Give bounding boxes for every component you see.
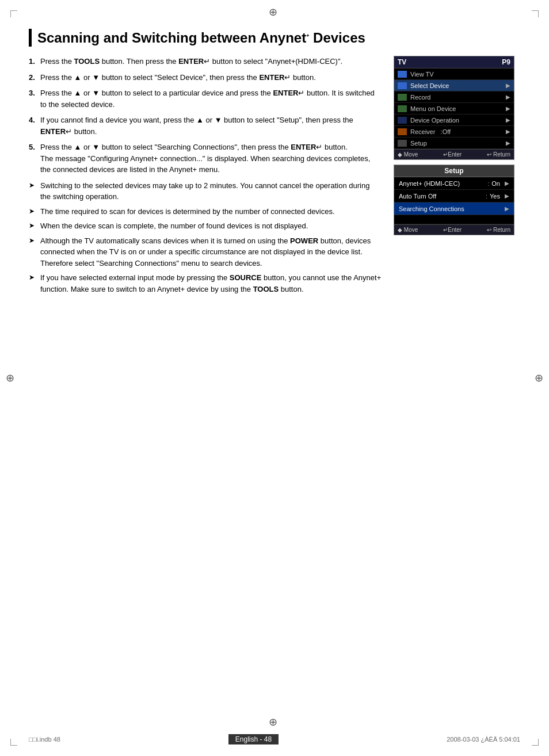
setup-footer-move: ◆ Move (398, 227, 418, 233)
menu-on-device-label: Menu on Device (410, 105, 456, 112)
note-5: ➤ If you have selected external input mo… (29, 272, 382, 295)
tv-menu-header: TV P9 (394, 56, 514, 68)
note-3: ➤ When the device scan is complete, the … (29, 220, 382, 232)
content-layout: 1. Press the TOOLS button. Then press th… (29, 56, 520, 298)
auto-turn-off-label: Auto Turn Off (399, 193, 483, 200)
setup-arrow: ▶ (506, 140, 510, 146)
right-column: TV P9 View TV Select Device ▶ Record ▶ (394, 56, 520, 298)
view-tv-icon (398, 71, 407, 78)
step-content-2: Press the ▲ or ▼ button to select "Selec… (40, 72, 382, 83)
setup-icon (398, 140, 407, 147)
auto-turn-off-colon: : (486, 193, 487, 200)
auto-turn-off-value: Yes (490, 193, 500, 200)
setup-menu-footer: ◆ Move ↵Enter ↩ Return (394, 224, 514, 235)
step-num-2: 2. (29, 72, 40, 83)
anynet-value: On (491, 180, 500, 187)
setup-row-anynet: Anynet+ (HDMI-CEC) : On ▶ (394, 177, 514, 190)
setup-row-empty (394, 215, 514, 224)
footer-file: □□i.indb 48 (29, 736, 60, 743)
tv-channel: P9 (502, 58, 510, 66)
footer-date: 2008-03-03 ¿ÀÈÄ 5:04:01 (447, 736, 520, 743)
corner-mark-tr (532, 10, 539, 17)
anynet-arrow: ▶ (505, 180, 509, 186)
record-label: Record (410, 94, 430, 101)
tv-menu-setup: Setup ▶ (394, 138, 514, 149)
setup-row-auto-turn-off: Auto Turn Off : Yes ▶ (394, 190, 514, 203)
anynet-label: Anynet+ (HDMI-CEC) (399, 180, 485, 187)
record-arrow: ▶ (506, 94, 510, 100)
receiver-arrow: ▶ (506, 128, 510, 135)
menu-on-device-icon (398, 105, 407, 112)
note-content-4: Although the TV automatically scans devi… (40, 235, 382, 269)
crosshair-bottom-icon (269, 716, 280, 727)
note-1: ➤ Switching to the selected devices may … (29, 180, 382, 203)
note-content-2: The time required to scan for devices is… (40, 206, 382, 217)
note-arrow-1: ➤ (29, 180, 40, 203)
anynet-colon: : (487, 180, 489, 187)
note-arrow-4: ➤ (29, 235, 40, 269)
device-operation-icon (398, 117, 407, 124)
setup-row-searching[interactable]: Searching Connections ▶ (394, 203, 514, 215)
setup-title: Setup (444, 167, 463, 175)
tv-menu-record: Record ▶ (394, 91, 514, 103)
tv-label: TV (398, 58, 406, 66)
note-arrow-3: ➤ (29, 220, 40, 232)
setup-footer-return: ↩ Return (487, 227, 510, 233)
searching-label: Searching Connections (399, 205, 505, 212)
auto-turn-off-arrow: ▶ (505, 193, 509, 199)
tv-menu-select-device[interactable]: Select Device ▶ (394, 80, 514, 91)
receiver-icon (398, 128, 407, 135)
page-footer: □□i.indb 48 English - 48 2008-03-03 ¿ÀÈÄ… (0, 734, 549, 744)
view-tv-label: View TV (410, 71, 434, 78)
footer-page-num: English - 48 (228, 734, 279, 744)
receiver-label: Receiver :Off (410, 128, 451, 135)
steps-list: 1. Press the TOOLS button. Then press th… (29, 56, 382, 175)
device-operation-label: Device Operation (410, 117, 459, 124)
step-content-3: Press the ▲ or ▼ button to select to a p… (40, 87, 382, 110)
note-2: ➤ The time required to scan for devices … (29, 206, 382, 217)
step-num-5: 5. (29, 142, 40, 175)
step-content-5: Press the ▲ or ▼ button to select "Searc… (40, 142, 382, 175)
tv-menu-menu-on-device: Menu on Device ▶ (394, 103, 514, 114)
step-5: 5. Press the ▲ or ▼ button to select "Se… (29, 142, 382, 175)
step-content-4: If you cannot find a device you want, pr… (40, 114, 382, 137)
page-title: Scanning and Switching between Anynet+ D… (29, 29, 520, 47)
tv-footer-move: ◆ Move (398, 151, 418, 158)
note-content-1: Switching to the selected devices may ta… (40, 180, 382, 203)
step-4: 4. If you cannot find a device you want,… (29, 114, 382, 137)
crosshair-right-icon (535, 372, 543, 384)
tv-menu: TV P9 View TV Select Device ▶ Record ▶ (394, 56, 514, 160)
corner-mark-tl (10, 10, 17, 17)
setup-label: Setup (410, 140, 427, 147)
step-num-4: 4. (29, 114, 40, 137)
setup-menu: Setup Anynet+ (HDMI-CEC) : On ▶ Auto Tur… (394, 165, 514, 235)
step-3: 3. Press the ▲ or ▼ button to select to … (29, 87, 382, 110)
tv-menu-device-operation: Device Operation ▶ (394, 114, 514, 126)
tv-menu-receiver: Receiver :Off ▶ (394, 126, 514, 138)
menu-on-device-arrow: ▶ (506, 105, 510, 112)
device-operation-arrow: ▶ (506, 117, 510, 123)
step-1: 1. Press the TOOLS button. Then press th… (29, 56, 382, 67)
setup-menu-header: Setup (394, 165, 514, 177)
step-content-1: Press the TOOLS button. Then press the E… (40, 56, 382, 67)
step-num-3: 3. (29, 87, 40, 110)
select-device-label: Select Device (410, 82, 449, 89)
select-device-icon (398, 82, 407, 89)
note-arrow-2: ➤ (29, 206, 40, 217)
tv-menu-view-tv: View TV (394, 68, 514, 80)
note-content-5: If you have selected external input mode… (40, 272, 382, 295)
select-device-arrow: ▶ (506, 82, 510, 89)
step-num-1: 1. (29, 56, 40, 67)
crosshair-top-icon (269, 6, 280, 17)
tv-footer-enter: ↵Enter (443, 151, 462, 158)
setup-footer-enter: ↵Enter (443, 227, 462, 233)
crosshair-left-icon (6, 372, 14, 384)
note-content-3: When the device scan is complete, the nu… (40, 220, 382, 232)
step-2: 2. Press the ▲ or ▼ button to select "Se… (29, 72, 382, 83)
left-column: 1. Press the TOOLS button. Then press th… (29, 56, 382, 298)
tv-footer-return: ↩ Return (487, 151, 510, 158)
note-4: ➤ Although the TV automatically scans de… (29, 235, 382, 269)
main-content: Scanning and Switching between Anynet+ D… (29, 29, 520, 710)
note-arrow-5: ➤ (29, 272, 40, 295)
searching-arrow: ▶ (505, 205, 509, 212)
